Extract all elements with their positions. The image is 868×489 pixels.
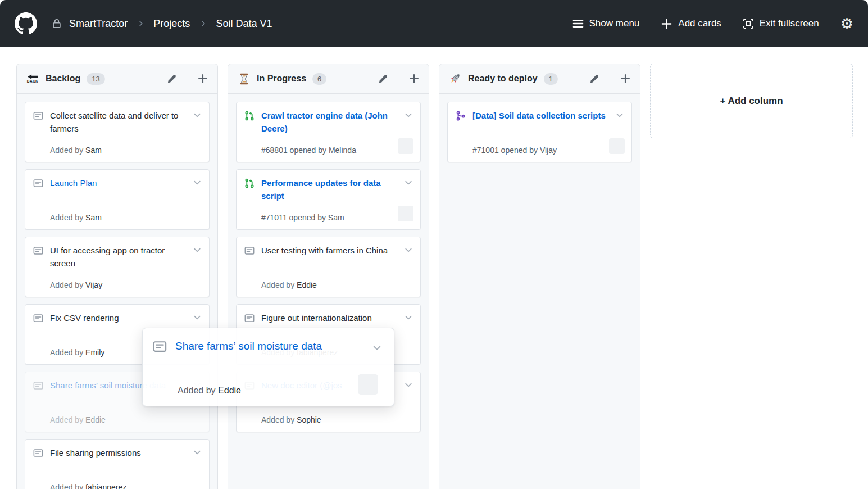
edit-column-button[interactable]: [167, 74, 176, 84]
card-title[interactable]: Crawl tractor engine data (John Deere): [261, 110, 398, 135]
chevron-down-icon[interactable]: [403, 379, 413, 390]
chevron-down-icon[interactable]: [192, 177, 202, 187]
add-cards-button[interactable]: Add cards: [661, 18, 721, 30]
show-menu-button[interactable]: Show menu: [572, 18, 640, 29]
card-meta-prefix: Added by: [178, 386, 216, 395]
column-title: In Progress: [257, 74, 306, 84]
chevron-down-icon[interactable]: [371, 342, 383, 353]
column-cards-ready-to-deploy: [Data] Soil data collection scripts#7100…: [439, 94, 640, 170]
card-meta-name: Sophie: [297, 415, 321, 424]
card-title-link[interactable]: Share farms’ soil moisture data: [175, 338, 322, 354]
chevron-down-icon[interactable]: [192, 447, 202, 457]
add-cards-label: Add cards: [678, 18, 721, 29]
add-card-button[interactable]: [197, 73, 208, 84]
gear-icon[interactable]: ⚙︎: [840, 16, 853, 31]
breadcrumb-project-name[interactable]: Soil Data V1: [216, 18, 272, 30]
card-meta-name: Eddie: [218, 386, 241, 395]
card-meta-name: Eddie: [85, 415, 106, 424]
chevron-down-icon[interactable]: [192, 110, 202, 120]
column-count-badge: 1: [544, 73, 558, 85]
chevron-down-icon[interactable]: [192, 244, 202, 255]
column-header-ready-to-deploy: Ready to deploy1: [439, 64, 640, 94]
rocket-emoji-icon: [448, 72, 462, 85]
card-title: Collect satellite data and deliver to fa…: [50, 110, 187, 135]
card-crawl-tractor-engine-data-john-deere[interactable]: Crawl tractor engine data (John Deere)#6…: [236, 102, 421, 162]
card-meta: Added by Sam: [50, 146, 102, 155]
card-meta: #68801 opened by Melinda: [261, 146, 356, 155]
chevron-right-icon: [136, 19, 145, 28]
card-data-soil-data-collection-scripts[interactable]: [Data] Soil data collection scripts#7100…: [447, 102, 632, 162]
exit-fullscreen-button[interactable]: Exit fullscreen: [743, 18, 819, 29]
note-icon: [33, 246, 43, 256]
card-meta-prefix: Added by: [50, 415, 85, 424]
add-card-button[interactable]: [408, 73, 420, 84]
card-meta: Added by Eddie: [261, 280, 317, 289]
column-header-in-progress: In Progress6: [228, 64, 429, 94]
card-meta-prefix: Added by: [261, 415, 297, 424]
note-icon: [33, 381, 43, 391]
card-meta-name: Sam: [328, 213, 344, 222]
column-cards-backlog: Collect satellite data and deliver to fa…: [17, 94, 217, 489]
add-column-button[interactable]: + Add column: [650, 64, 853, 138]
column-title: Backlog: [46, 74, 80, 84]
note-icon: [33, 111, 43, 121]
card-meta-prefix: Added by: [50, 213, 85, 222]
card-meta-prefix: Added by: [50, 280, 85, 289]
card-user-testing-with-farmers-in-china[interactable]: User testing with farmers in ChinaAdded …: [236, 237, 421, 297]
card-title: User testing with farmers in China: [261, 244, 388, 257]
avatar-placeholder: [398, 206, 413, 221]
card-title[interactable]: [Data] Soil data collection scripts: [472, 110, 606, 123]
card-ui-for-accessing-app-on-tractor-screen[interactable]: UI for accessing app on tractor screenAd…: [25, 237, 210, 297]
card-title[interactable]: Performance updates for data script: [261, 177, 398, 202]
card-meta-name: Sam: [85, 213, 102, 222]
card-meta-name: Eddie: [297, 280, 317, 289]
card-title[interactable]: Launch Plan: [50, 177, 97, 190]
avatar-placeholder: [358, 374, 378, 395]
breadcrumb: SmartTractor Projects Soil Data V1: [69, 18, 272, 30]
card-meta: #71001 opened by Vijay: [472, 146, 557, 155]
header-actions: Show menu Add cards Exit fullscreen ⚙︎: [572, 16, 853, 31]
note-icon: [33, 178, 43, 188]
card-meta: Added by Vijay: [50, 280, 102, 289]
project-board: BACKBacklog13Collect satellite data and …: [0, 47, 868, 489]
card-meta: Added by Eddie: [178, 386, 241, 396]
column-count-badge: 6: [312, 73, 326, 85]
chevron-down-icon[interactable]: [615, 110, 625, 120]
chevron-down-icon[interactable]: [403, 244, 413, 255]
git-merge-icon: [456, 111, 466, 121]
card-title: Figure out internationalization: [261, 312, 372, 325]
column-backlog: BACKBacklog13Collect satellite data and …: [16, 64, 218, 489]
note-icon: [244, 246, 255, 256]
breadcrumb-repo[interactable]: SmartTractor: [69, 18, 128, 30]
card-performance-updates-for-data-script[interactable]: Performance updates for data script#7101…: [236, 169, 421, 230]
pull-request-icon: [244, 178, 255, 188]
chevron-down-icon[interactable]: [403, 110, 413, 120]
github-logo-icon[interactable]: [15, 12, 37, 35]
column-ready-to-deploy: Ready to deploy1[Data] Soil data collect…: [439, 64, 640, 489]
column-title: Ready to deploy: [468, 74, 538, 84]
card-meta-name: Melinda: [329, 146, 356, 155]
card-file-sharing-permissions[interactable]: File sharing permissionsAdded by fabianp…: [25, 439, 210, 489]
card-launch-plan[interactable]: Launch PlanAdded by Sam: [25, 169, 210, 230]
add-column-label: + Add column: [720, 96, 783, 107]
card-meta-prefix: Added by: [50, 483, 85, 489]
top-header-bar: SmartTractor Projects Soil Data V1 Show …: [0, 0, 868, 47]
card-collect-satellite-data-and-deliver-to-farmers[interactable]: Collect satellite data and deliver to fa…: [25, 102, 210, 162]
chevron-down-icon[interactable]: [403, 312, 413, 322]
add-card-button[interactable]: [620, 73, 631, 84]
card-meta-prefix: Added by: [50, 146, 85, 155]
card-title: Fix CSV rendering: [50, 312, 119, 325]
chevron-down-icon[interactable]: [403, 177, 413, 187]
back-emoji-icon: BACK: [26, 72, 39, 85]
card-meta-prefix: #71011 opened by: [261, 213, 328, 222]
hourglass-emoji-icon: [237, 72, 251, 85]
chevron-down-icon[interactable]: [192, 312, 202, 322]
card-title: UI for accessing app on tractor screen: [50, 244, 187, 270]
edit-column-button[interactable]: [589, 74, 599, 84]
card-meta: Added by Emily: [50, 348, 104, 357]
card-meta-prefix: Added by: [50, 348, 85, 357]
edit-column-button[interactable]: [378, 74, 388, 84]
dragged-card[interactable]: Share farms’ soil moisture data Added by…: [142, 328, 394, 406]
pull-request-icon: [244, 111, 255, 121]
breadcrumb-projects[interactable]: Projects: [153, 18, 190, 30]
